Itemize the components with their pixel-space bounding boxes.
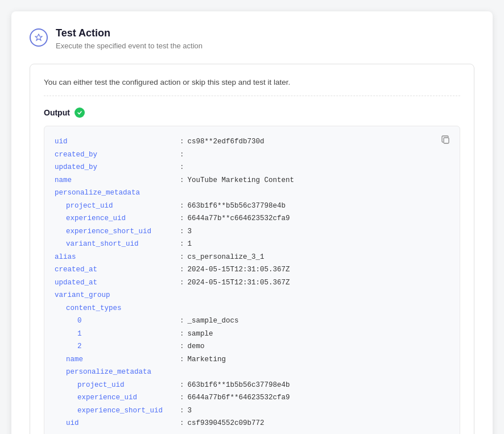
output-value: 1 — [188, 238, 192, 251]
output-colon: : — [180, 315, 184, 328]
output-key: 1 — [55, 328, 180, 341]
page-title: Test Action — [56, 27, 203, 39]
output-colon: : — [180, 135, 184, 148]
output-value: 2024-05-15T12:31:05.367Z — [188, 276, 290, 290]
output-value: demo — [188, 340, 205, 353]
header-section: Test Action Execute the specified event … — [30, 27, 474, 50]
output-label: Output — [44, 108, 70, 117]
output-value: 663b1f6**b5b56c37798e4b — [188, 200, 286, 213]
output-colon: : — [180, 225, 184, 238]
output-row: experience_short_uid:3 — [55, 404, 449, 418]
output-value: 2024-05-15T12:31:05.367Z — [188, 263, 290, 276]
output-row: created_at:2024-05-15T12:31:05.367Z — [55, 263, 449, 276]
output-row: updated_at:2024-05-15T12:31:05.367Z — [55, 276, 449, 290]
output-row: uid:csf93904552c09b772 — [55, 417, 449, 430]
output-key: experience_uid — [55, 391, 180, 404]
output-key: 0 — [55, 315, 180, 328]
test-action-icon — [30, 28, 48, 47]
main-card: You can either test the configured actio… — [30, 64, 474, 434]
output-colon: : — [180, 353, 184, 366]
output-key: 2 — [55, 340, 180, 353]
output-row: name:YouTube Marketing Content — [55, 174, 449, 187]
output-rows-container: uid:cs98**2edf6fdb730dcreated_by:updated… — [55, 135, 449, 430]
output-row: uid:cs98**2edf6fdb730d — [55, 135, 449, 148]
output-row: project_uid:663b1f6**1b5b56c37798e4b — [55, 379, 449, 392]
svg-rect-0 — [444, 138, 449, 143]
output-key: project_uid — [55, 200, 180, 213]
output-key: experience_short_uid — [55, 404, 180, 418]
output-key: updated_at — [55, 276, 180, 290]
output-key: variant_short_uid — [55, 238, 180, 251]
output-colon: : — [180, 276, 184, 290]
output-colon: : — [180, 391, 184, 404]
output-key: name — [55, 174, 180, 187]
output-key: uid — [55, 417, 180, 430]
output-colon: : — [180, 212, 184, 225]
output-value: 6644a77b6f**64623532cfa9 — [188, 391, 290, 404]
output-row: personalize_metadata — [55, 187, 449, 200]
output-row: 2:demo — [55, 340, 449, 353]
output-value: _sample_docs — [188, 315, 239, 328]
output-row: content_types — [55, 302, 449, 315]
output-value: 3 — [188, 404, 192, 418]
output-colon: : — [180, 161, 184, 174]
output-row: project_uid:663b1f6**b5b56c37798e4b — [55, 200, 449, 213]
page-wrapper: Test Action Execute the specified event … — [11, 11, 493, 434]
output-row: 0:_sample_docs — [55, 315, 449, 328]
output-header: Output — [44, 108, 460, 118]
output-row: updated_by: — [55, 161, 449, 174]
output-row: variant_short_uid:1 — [55, 238, 449, 251]
output-colon: : — [180, 379, 184, 392]
output-row: variant_group — [55, 289, 449, 302]
output-value: 6644a77b**c664623532cfa9 — [188, 212, 290, 225]
output-row: name:Marketing — [55, 353, 449, 366]
output-colon: : — [180, 328, 184, 341]
output-colon: : — [180, 238, 184, 251]
output-colon: : — [180, 404, 184, 418]
output-colon: : — [180, 200, 184, 213]
output-value: csf93904552c09b772 — [188, 417, 265, 430]
output-colon: : — [180, 251, 184, 264]
output-key: experience_uid — [55, 212, 180, 225]
header-text: Test Action Execute the specified event … — [56, 27, 203, 50]
output-row: personalize_metadata — [55, 366, 449, 379]
copy-button[interactable] — [439, 133, 453, 148]
output-colon: : — [180, 148, 184, 162]
info-text: You can either test the configured actio… — [44, 78, 460, 96]
success-check-icon — [75, 108, 85, 118]
output-value: YouTube Marketing Content — [188, 174, 295, 187]
output-value: 663b1f6**1b5b56c37798e4b — [188, 379, 290, 392]
output-key: variant_group — [55, 289, 180, 302]
output-box: uid:cs98**2edf6fdb730dcreated_by:updated… — [44, 126, 460, 434]
output-key: uid — [55, 135, 180, 148]
output-key: created_by — [55, 148, 180, 162]
output-key: name — [55, 353, 180, 366]
output-colon: : — [180, 174, 184, 187]
output-row: 1:sample — [55, 328, 449, 341]
output-key: personalize_metadata — [55, 187, 180, 200]
output-key: content_types — [55, 302, 180, 315]
output-key: created_at — [55, 263, 180, 276]
output-row: experience_short_uid:3 — [55, 225, 449, 238]
output-row: experience_uid:6644a77b6f**64623532cfa9 — [55, 391, 449, 404]
output-key: experience_short_uid — [55, 225, 180, 238]
output-value: Marketing — [188, 353, 226, 366]
output-row: experience_uid:6644a77b**c664623532cfa9 — [55, 212, 449, 225]
output-value: 3 — [188, 225, 192, 238]
page-subtitle: Execute the specified event to test the … — [56, 42, 203, 50]
output-value: cs98**2edf6fdb730d — [188, 135, 265, 148]
output-key: updated_by — [55, 161, 180, 174]
output-key: project_uid — [55, 379, 180, 392]
output-colon: : — [180, 340, 184, 353]
output-colon: : — [180, 263, 184, 276]
output-key: alias — [55, 251, 180, 264]
output-colon: : — [180, 417, 184, 430]
output-value: cs_personalize_3_1 — [188, 251, 265, 264]
output-row: created_by: — [55, 148, 449, 162]
output-row: alias:cs_personalize_3_1 — [55, 251, 449, 264]
output-value: sample — [188, 328, 213, 341]
output-key: personalize_metadata — [55, 366, 180, 379]
